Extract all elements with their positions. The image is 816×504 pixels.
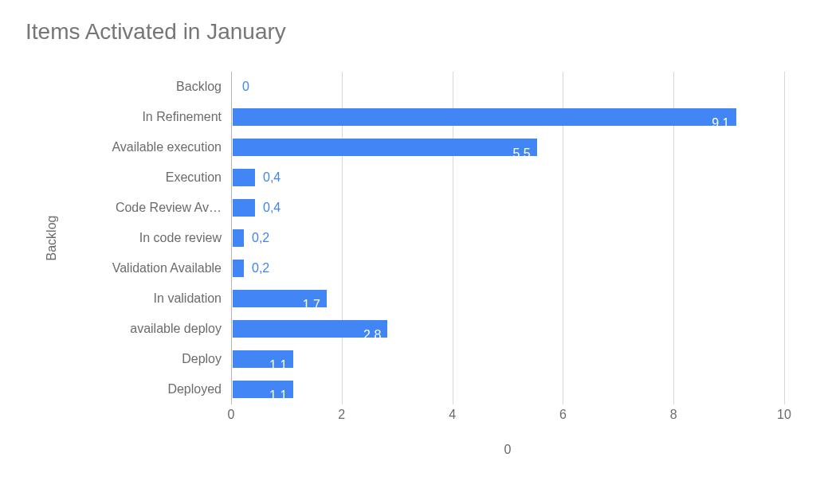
bar: 1,1 [233, 381, 293, 398]
plot-area: Backlog 0 In Refinement 9,1 Available ex… [231, 72, 784, 404]
x-tick-label: 10 [777, 408, 791, 422]
bar-row: In validation 1,7 [231, 283, 784, 314]
bar-row: available deploy 2,8 [231, 314, 784, 344]
bar [233, 199, 255, 217]
bar-row: Backlog 0 [231, 72, 784, 102]
value-label: 0,4 [263, 199, 280, 217]
value-label: 1,1 [233, 387, 287, 404]
x-gridline-10 [784, 72, 785, 404]
category-label: Code Review Av… [86, 201, 222, 215]
bar-row: In Refinement 9,1 [231, 102, 784, 132]
x-tick-label: 8 [670, 408, 677, 422]
bar: 2,8 [233, 320, 387, 338]
value-label: 0 [242, 78, 249, 96]
bar: 9,1 [233, 108, 736, 126]
bar: 1,7 [233, 290, 327, 307]
bar: 5,5 [233, 139, 537, 156]
bar-row: In code review 0,2 [231, 223, 784, 253]
value-label: 0,2 [252, 229, 269, 247]
value-label: 9,1 [233, 115, 730, 132]
category-label: Backlog [86, 80, 222, 94]
bar [233, 169, 255, 186]
bar-row: Available execution 5,5 [231, 132, 784, 162]
value-label: 1,1 [233, 357, 287, 374]
x-tick-label: 0 [228, 408, 235, 422]
value-label: 0,2 [252, 260, 269, 277]
value-label: 0,4 [263, 169, 280, 186]
category-label: Available execution [86, 140, 222, 154]
x-tick-label: 6 [559, 408, 567, 422]
bar-row: Validation Available 0,2 [231, 253, 784, 283]
category-label: Deployed [86, 382, 222, 397]
bar-row: Code Review Av… 0,4 [231, 193, 784, 223]
x-tick-label: 2 [338, 408, 345, 422]
value-label: 1,7 [233, 296, 320, 314]
x-tick-label: 4 [449, 408, 456, 422]
value-label: 2,8 [233, 326, 381, 344]
category-label: In validation [86, 291, 222, 306]
value-label: 5,5 [233, 145, 531, 162]
bar-row: Deploy 1,1 [231, 344, 784, 374]
category-label: In code review [86, 231, 222, 245]
category-label: Execution [86, 170, 222, 185]
bar [233, 229, 244, 247]
category-label: Deploy [86, 352, 222, 366]
category-label: In Refinement [86, 110, 222, 124]
bar-row: Deployed 1,1 [231, 374, 784, 404]
category-label: available deploy [86, 322, 222, 336]
bar-chart: Items Activated in January Backlog Backl… [0, 0, 816, 504]
category-label: Validation Available [86, 261, 222, 275]
bar-row: Execution 0,4 [231, 162, 784, 193]
y-axis-title: Backlog [45, 216, 59, 261]
bar [233, 260, 244, 277]
chart-title: Items Activated in January [26, 19, 286, 45]
bar: 1,1 [233, 350, 293, 368]
x-axis-title: 0 [231, 443, 784, 457]
